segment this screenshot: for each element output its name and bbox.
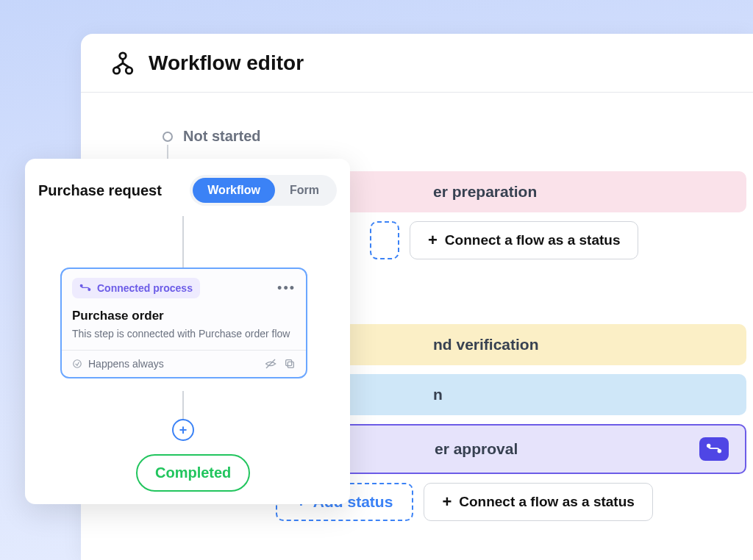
tab-workflow[interactable]: Workflow: [193, 178, 275, 203]
svg-rect-9: [288, 362, 293, 367]
panel-body: Connected process ••• Purchase order Thi…: [25, 216, 350, 223]
connected-flow-badge[interactable]: [699, 437, 729, 461]
workflow-icon: [110, 51, 135, 76]
not-started-marker: [163, 132, 173, 142]
panel-header: Purchase request Workflow Form: [25, 175, 350, 216]
window-header: Workflow editor: [81, 34, 753, 93]
step-card[interactable]: Connected process ••• Purchase order Thi…: [60, 268, 307, 378]
svg-point-3: [707, 445, 710, 448]
visibility-icon[interactable]: [265, 358, 276, 370]
svg-point-7: [74, 360, 82, 368]
completed-status: Completed: [136, 454, 250, 492]
add-step-button[interactable]: +: [172, 419, 194, 441]
page-title: Workflow editor: [149, 51, 304, 75]
connect-flow-button[interactable]: + Connect a flow as a status: [410, 221, 638, 259]
panel-connector-top: [182, 216, 184, 268]
not-started-row: Not started: [163, 128, 746, 145]
copy-icon[interactable]: [284, 358, 296, 370]
purchase-request-panel: Purchase request Workflow Form Connected…: [25, 159, 350, 504]
svg-point-1: [113, 67, 120, 73]
action-row: + Connect a flow as a status: [370, 221, 746, 259]
happens-always: Happens always: [72, 358, 164, 370]
not-started-label: Not started: [183, 128, 261, 145]
step-description: This step is connected with Purchase ord…: [72, 328, 296, 340]
plus-icon: +: [442, 492, 452, 511]
tab-switch: Workflow Form: [190, 175, 337, 206]
svg-rect-10: [286, 360, 292, 366]
flow-icon: [79, 283, 91, 293]
dashed-placeholder[interactable]: [370, 221, 399, 259]
svg-point-6: [88, 289, 90, 291]
svg-point-0: [120, 52, 126, 59]
svg-line-8: [266, 359, 275, 368]
tab-form[interactable]: Form: [275, 178, 334, 203]
connected-process-badge: Connected process: [72, 278, 200, 298]
condition-icon: [72, 359, 82, 369]
step-more-button[interactable]: •••: [277, 281, 296, 296]
svg-point-2: [126, 67, 132, 73]
connect-flow-button[interactable]: + Connect a flow as a status: [424, 483, 652, 521]
plus-icon: +: [428, 231, 438, 250]
svg-point-4: [718, 450, 721, 453]
step-name: Purchase order: [72, 309, 296, 323]
svg-point-5: [80, 284, 82, 287]
panel-title: Purchase request: [38, 182, 162, 199]
